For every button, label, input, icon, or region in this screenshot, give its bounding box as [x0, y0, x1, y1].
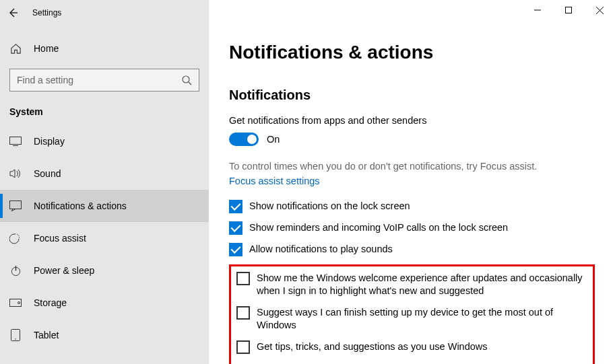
- window-title: Settings: [26, 8, 61, 17]
- sidebar-item-storage[interactable]: Storage: [0, 287, 209, 319]
- checkbox-label: Get tips, tricks, and suggestions as you…: [257, 340, 488, 354]
- maximize-icon: [565, 7, 572, 13]
- sidebar-item-label: Sound: [34, 168, 61, 179]
- checkbox-finish-setup[interactable]: [236, 306, 250, 320]
- minimize-icon: [534, 7, 541, 13]
- focus-assist-text: To control times when you do or don't ge…: [229, 159, 595, 174]
- sidebar-item-focus-assist[interactable]: Focus assist: [0, 222, 209, 254]
- svg-point-14: [15, 338, 16, 340]
- checkbox-label: Allow notifications to play sounds: [249, 243, 393, 256]
- page-title: Notifications & actions: [229, 42, 595, 63]
- checkbox-lock-screen-reminders[interactable]: [229, 221, 242, 235]
- sidebar-item-label: Display: [34, 136, 65, 147]
- checkbox-row: Allow notifications to play sounds: [229, 243, 595, 256]
- sidebar-item-label: Focus assist: [34, 233, 86, 244]
- toggle-label: Get notifications from apps and other se…: [229, 115, 595, 126]
- svg-point-12: [18, 302, 20, 304]
- sidebar-item-notifications[interactable]: Notifications & actions: [0, 190, 209, 222]
- sidebar-item-tablet[interactable]: Tablet: [0, 319, 209, 351]
- sound-icon: [9, 168, 22, 180]
- sidebar-item-label: Notifications & actions: [34, 201, 127, 211]
- sidebar-home-label: Home: [34, 43, 59, 54]
- checkbox-tips-tricks[interactable]: [236, 340, 250, 354]
- sidebar-item-power-sleep[interactable]: Power & sleep: [0, 254, 209, 287]
- focus-assist-icon: [9, 232, 22, 244]
- maximize-button[interactable]: [553, 0, 584, 20]
- search-icon: [181, 75, 192, 85]
- tablet-icon: [9, 329, 22, 341]
- arrow-left-icon: [7, 7, 18, 18]
- svg-rect-11: [10, 299, 22, 307]
- section-title: Notifications: [229, 87, 595, 103]
- svg-point-4: [183, 76, 189, 83]
- sidebar-home[interactable]: Home: [0, 35, 209, 62]
- sidebar-item-display[interactable]: Display: [0, 125, 209, 157]
- highlighted-section: Show me the Windows welcome experience a…: [229, 264, 595, 364]
- svg-line-5: [189, 82, 191, 85]
- search-box[interactable]: [9, 69, 199, 92]
- checkbox-row: Suggest ways I can finish setting up my …: [236, 306, 587, 332]
- notifications-toggle[interactable]: [229, 133, 259, 146]
- checkbox-row: Show notifications on the lock screen: [229, 200, 595, 213]
- checkbox-row: Get tips, tricks, and suggestions as you…: [236, 340, 587, 354]
- checkbox-welcome-experience[interactable]: [236, 272, 250, 285]
- close-icon: [596, 7, 604, 14]
- svg-rect-8: [10, 201, 22, 209]
- checkbox-label: Suggest ways I can finish setting up my …: [257, 306, 587, 332]
- close-button[interactable]: [584, 0, 615, 20]
- display-icon: [9, 135, 22, 147]
- checkbox-label: Show notifications on the lock screen: [249, 200, 410, 213]
- checkbox-label: Show reminders and incoming VoIP calls o…: [249, 221, 508, 235]
- sidebar-item-label: Storage: [34, 297, 67, 308]
- checkbox-row: Show reminders and incoming VoIP calls o…: [229, 221, 595, 235]
- checkbox-row: Show me the Windows welcome experience a…: [236, 272, 587, 298]
- sidebar-item-sound[interactable]: Sound: [0, 157, 209, 190]
- svg-rect-6: [10, 137, 22, 145]
- home-icon: [9, 42, 22, 54]
- sidebar-item-label: Power & sleep: [34, 265, 94, 276]
- back-button[interactable]: [0, 0, 26, 26]
- svg-rect-1: [566, 7, 572, 13]
- minimize-button[interactable]: [522, 0, 553, 20]
- notifications-icon: [9, 200, 22, 212]
- storage-icon: [9, 297, 22, 309]
- checkbox-play-sounds[interactable]: [229, 243, 242, 256]
- checkbox-label: Show me the Windows welcome experience a…: [257, 272, 587, 298]
- sidebar: Home System Display Sound Notifica: [0, 26, 209, 364]
- sidebar-item-label: Tablet: [34, 330, 59, 340]
- search-input[interactable]: [17, 75, 181, 85]
- content-area: Notifications & actions Notifications Ge…: [209, 26, 615, 364]
- focus-assist-link[interactable]: Focus assist settings: [229, 176, 320, 186]
- power-icon: [9, 264, 22, 277]
- checkbox-lock-screen-notifications[interactable]: [229, 200, 242, 213]
- toggle-state: On: [267, 134, 280, 145]
- sidebar-category: System: [0, 102, 209, 125]
